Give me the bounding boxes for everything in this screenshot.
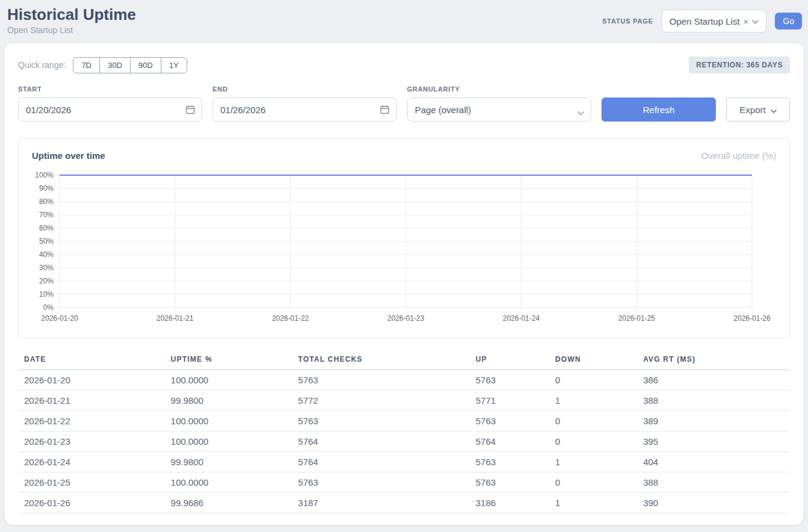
quick-range-30d-button[interactable]: 30D (99, 57, 131, 73)
table-cell: 2026-01-21 (18, 391, 165, 411)
table-cell: 390 (637, 493, 790, 513)
svg-text:2026-01-22: 2026-01-22 (272, 314, 309, 323)
svg-text:30%: 30% (39, 264, 54, 272)
table-cell: 1 (549, 391, 637, 411)
quick-range-row: Quick range: 7D 30D 90D 1Y RETENTION: 36… (18, 57, 790, 73)
table-cell: 5763 (470, 472, 549, 493)
uptime-chart-card: Uptime over time Overall uptime (%) 0%10… (18, 138, 790, 338)
table-row: 2026-01-2699.9686318731861390 (18, 493, 790, 513)
status-page-selected-value: Open Startup List (670, 16, 740, 26)
table-cell: 2026-01-20 (18, 370, 165, 391)
table-row: 2026-01-2199.9800577257711388 (18, 391, 790, 411)
export-button[interactable]: Export (726, 97, 790, 122)
svg-text:2026-01-24: 2026-01-24 (503, 314, 540, 323)
svg-text:2026-01-26: 2026-01-26 (733, 314, 771, 323)
table-cell: 99.9686 (165, 493, 293, 513)
end-date-label: END (213, 85, 397, 93)
uptime-chart-svg: 0%10%20%30%40%50%60%70%80%90%100%2026-01… (32, 170, 772, 326)
table-cell: 386 (637, 370, 790, 391)
svg-text:2026-01-20: 2026-01-20 (41, 314, 78, 323)
table-cell: 100.0000 (165, 472, 293, 493)
svg-text:50%: 50% (39, 237, 54, 246)
table-cell: 3186 (470, 493, 549, 513)
svg-text:60%: 60% (39, 224, 54, 232)
table-cell: 5764 (292, 452, 470, 472)
refresh-button[interactable]: Refresh (601, 97, 716, 122)
uptime-table-section: DATE UPTIME % TOTAL CHECKS UP DOWN AVG R… (18, 353, 790, 513)
table-cell: 3187 (292, 493, 470, 513)
svg-text:90%: 90% (39, 184, 54, 193)
top-header: Historical Uptime Open Startup List STAT… (0, 0, 808, 43)
table-cell: 388 (637, 472, 790, 493)
table-cell: 100.0000 (165, 370, 293, 391)
table-cell: 0 (549, 431, 637, 452)
quick-range-group: Quick range: 7D 30D 90D 1Y (18, 57, 187, 73)
end-date-input[interactable] (213, 97, 397, 122)
svg-text:2026-01-21: 2026-01-21 (157, 314, 194, 323)
table-cell: 2026-01-26 (18, 493, 165, 513)
chart-legend-label: Overall uptime (%) (701, 150, 776, 161)
table-cell: 100.0000 (165, 431, 293, 452)
table-cell: 5763 (292, 411, 470, 431)
column-header-avg-rt: AVG RT (MS) (637, 353, 790, 370)
title-block: Historical Uptime Open Startup List (7, 6, 136, 35)
table-cell: 5764 (292, 431, 470, 452)
table-row: 2026-01-2499.9800576457631404 (18, 452, 790, 472)
start-date-input[interactable] (18, 97, 202, 122)
table-cell: 1 (549, 493, 637, 513)
go-button[interactable]: Go (775, 13, 802, 29)
table-cell: 395 (637, 431, 790, 452)
end-date-field-group: END (213, 85, 397, 122)
svg-text:80%: 80% (39, 197, 54, 206)
granularity-label: GRANULARITY (407, 85, 591, 93)
table-cell: 0 (549, 411, 637, 431)
table-cell: 404 (637, 452, 790, 472)
uptime-table: DATE UPTIME % TOTAL CHECKS UP DOWN AVG R… (18, 353, 790, 513)
start-date-label: START (18, 85, 202, 93)
clear-selection-icon[interactable]: × (744, 16, 749, 26)
table-cell: 5763 (470, 370, 549, 391)
table-cell: 389 (637, 411, 790, 431)
table-cell: 5764 (470, 431, 549, 452)
table-cell: 0 (549, 370, 637, 391)
svg-text:2026-01-23: 2026-01-23 (387, 314, 424, 323)
table-row: 2026-01-22100.0000576357630389 (18, 411, 790, 431)
uptime-table-body: 2026-01-20100.00005763576303862026-01-21… (18, 370, 790, 513)
svg-text:10%: 10% (39, 290, 54, 298)
table-cell: 5772 (292, 391, 470, 411)
table-cell: 1 (549, 452, 637, 472)
table-cell: 388 (637, 391, 790, 411)
table-cell: 2026-01-23 (18, 431, 165, 452)
quick-range-label: Quick range: (18, 60, 66, 70)
svg-text:20%: 20% (39, 277, 54, 285)
table-header-row: DATE UPTIME % TOTAL CHECKS UP DOWN AVG R… (18, 353, 790, 370)
page-title: Historical Uptime (7, 6, 136, 23)
retention-badge: RETENTION: 365 DAYS (689, 57, 790, 73)
status-page-select[interactable]: Open Startup List × (662, 10, 767, 32)
quick-range-90d-button[interactable]: 90D (130, 57, 161, 73)
quick-range-7d-button[interactable]: 7D (73, 57, 100, 73)
table-cell: 2026-01-25 (18, 472, 165, 493)
table-row: 2026-01-25100.0000576357630388 (18, 472, 790, 493)
export-button-label: Export (739, 105, 765, 115)
svg-text:40%: 40% (39, 250, 54, 259)
main-panel: Quick range: 7D 30D 90D 1Y RETENTION: 36… (5, 43, 803, 525)
table-cell: 5763 (292, 370, 470, 391)
quick-range-1y-button[interactable]: 1Y (161, 57, 187, 73)
svg-text:70%: 70% (39, 211, 54, 219)
granularity-select[interactable]: Page (overall) (407, 97, 591, 122)
table-cell: 0 (549, 472, 637, 493)
filters-row: START END GRANULARITY Page (overall) (18, 85, 790, 122)
svg-text:0%: 0% (43, 303, 54, 312)
svg-text:100%: 100% (35, 171, 54, 179)
table-row: 2026-01-23100.0000576457640395 (18, 431, 790, 452)
status-page-label: STATUS PAGE (602, 17, 653, 25)
table-cell: 99.9800 (165, 452, 293, 472)
svg-text:2026-01-25: 2026-01-25 (618, 314, 656, 323)
table-cell: 100.0000 (165, 411, 293, 431)
column-header-date: DATE (18, 353, 165, 370)
quick-range-buttons: 7D 30D 90D 1Y (73, 57, 187, 73)
chart-plot-area[interactable]: 0%10%20%30%40%50%60%70%80%90%100%2026-01… (19, 170, 789, 328)
chart-title: Uptime over time (32, 150, 105, 161)
header-controls: STATUS PAGE Open Startup List × Go (602, 10, 802, 32)
